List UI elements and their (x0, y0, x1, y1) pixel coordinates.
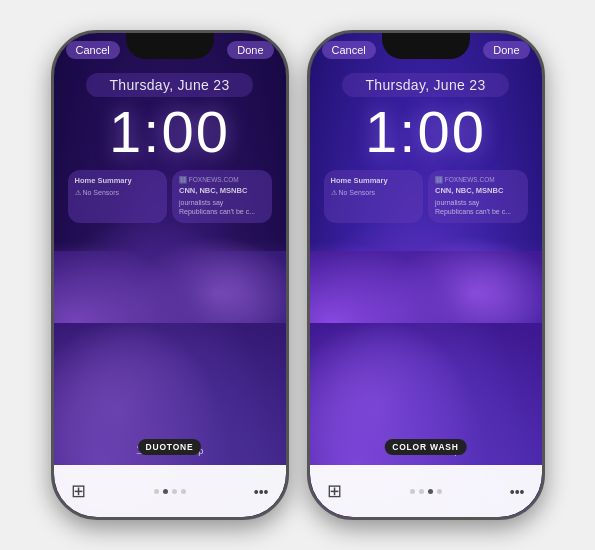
news-line1-left: CNN, NBC, MSNBC (179, 186, 265, 196)
dot-1-right (410, 489, 415, 494)
news-line3-right: Republicans can't be c... (435, 207, 521, 216)
date-label-right: Thursday, June 23 (342, 73, 508, 97)
home-summary-widget-left: Home Summary ⚠ No Sensors (68, 170, 168, 223)
news-source-left: 🔢 FOXNEWS.COM (179, 176, 265, 185)
widget-area-left: Thursday, June 23 1:00 Home Summary ⚠ No… (54, 73, 286, 223)
news-source-right: 🔢 FOXNEWS.COM (435, 176, 521, 185)
grid-icon-right: ⊞ (327, 481, 342, 501)
time-label-left: 1:00 (66, 103, 274, 161)
more-icon-left: ••• (254, 484, 269, 500)
news-line3-left: Republicans can't be c... (179, 207, 265, 216)
phone-frame-right: Cancel Done Thursday, June 23 1:00 Home … (307, 30, 545, 520)
widgets-row-right: Home Summary ⚠ No Sensors 🔢 FOXNEWS.COM … (322, 170, 530, 223)
home-summary-subtitle-left: ⚠ No Sensors (75, 188, 161, 197)
bottom-bar-right: ⊞ ••• (310, 465, 542, 517)
right-phone-wrapper: Cancel Done Thursday, June 23 1:00 Home … (307, 30, 545, 520)
home-summary-subtitle-right: ⚠ No Sensors (331, 188, 417, 197)
more-button-right[interactable]: ••• (505, 479, 530, 504)
news-line2-right: journalists say (435, 198, 521, 207)
date-label-left: Thursday, June 23 (86, 73, 252, 97)
dot-3-left (172, 489, 177, 494)
grid-button-left[interactable]: ⊞ (66, 478, 91, 504)
news-widget-right: 🔢 FOXNEWS.COM CNN, NBC, MSNBC journalist… (428, 170, 528, 223)
widget-area-right: Thursday, June 23 1:00 Home Summary ⚠ No… (310, 73, 542, 223)
cancel-button-right[interactable]: Cancel (322, 41, 376, 59)
dots-right (410, 489, 442, 494)
news-widget-left: 🔢 FOXNEWS.COM CNN, NBC, MSNBC journalist… (172, 170, 272, 223)
dot-4-right (437, 489, 442, 494)
dot-3-right (428, 489, 433, 494)
more-icon-right: ••• (510, 484, 525, 500)
filter-badge-left: DUOTONE (138, 439, 202, 455)
dot-4-left (181, 489, 186, 494)
phone-frame-left: Cancel Done Thursday, June 23 1:00 Home … (51, 30, 289, 520)
news-line1-right: CNN, NBC, MSNBC (435, 186, 521, 196)
done-button-right[interactable]: Done (483, 41, 529, 59)
dot-2-right (419, 489, 424, 494)
home-summary-widget-right: Home Summary ⚠ No Sensors (324, 170, 424, 223)
grid-button-right[interactable]: ⊞ (322, 478, 347, 504)
dot-2-left (163, 489, 168, 494)
news-line2-left: journalists say (179, 198, 265, 207)
done-button-left[interactable]: Done (227, 41, 273, 59)
grid-icon-left: ⊞ (71, 481, 86, 501)
widgets-row-left: Home Summary ⚠ No Sensors 🔢 FOXNEWS.COM … (66, 170, 274, 223)
dots-left (154, 489, 186, 494)
top-buttons-right: Cancel Done (310, 41, 542, 59)
more-button-left[interactable]: ••• (249, 479, 274, 504)
time-label-right: 1:00 (322, 103, 530, 161)
cancel-button-left[interactable]: Cancel (66, 41, 120, 59)
dot-1-left (154, 489, 159, 494)
left-phone-wrapper: Cancel Done Thursday, June 23 1:00 Home … (51, 30, 289, 520)
top-buttons-left: Cancel Done (54, 41, 286, 59)
filter-badge-right: COLOR WASH (384, 439, 467, 455)
home-summary-title-left: Home Summary (75, 176, 161, 186)
bottom-bar-left: ⊞ ••• (54, 465, 286, 517)
home-summary-title-right: Home Summary (331, 176, 417, 186)
